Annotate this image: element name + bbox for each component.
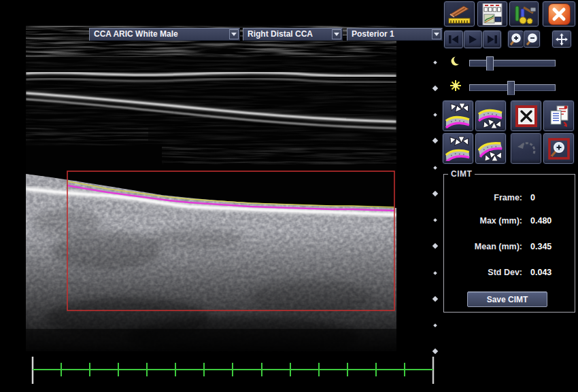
segment-select-arrow[interactable] (332, 29, 341, 39)
delete-measurement-button[interactable] (510, 100, 542, 132)
play-button[interactable] (463, 30, 483, 49)
move-cross-icon (556, 33, 568, 46)
copy-to-report-button[interactable] (543, 100, 575, 132)
play-icon (469, 35, 477, 44)
segment-select[interactable]: Right Distal CCA (243, 28, 343, 41)
cimt-stddev-row: Std Dev: 0.043 (448, 268, 568, 277)
magnifier-plus-icon (509, 33, 522, 46)
angle-select-arrow[interactable] (432, 29, 441, 39)
detect-near-wall-button[interactable] (442, 100, 474, 132)
close-button[interactable] (542, 1, 576, 27)
undo-button[interactable] (510, 132, 542, 164)
depth-ruler (27, 354, 438, 388)
mean-label: Mean (mm): (448, 242, 522, 251)
roi-magnifier-icon (547, 137, 571, 160)
max-value: 0.480 (530, 216, 568, 226)
first-frame-button[interactable] (443, 30, 464, 49)
max-label: Max (mm): (448, 216, 522, 226)
chevron-down-icon (231, 33, 237, 36)
zoom-in-button[interactable] (507, 30, 524, 48)
skip-to-start-icon (448, 35, 459, 44)
stddev-value: 0.043 (530, 268, 568, 277)
wall-layers-arrows-icon (445, 103, 471, 128)
save-cimt-button[interactable]: Save CIMT (467, 291, 547, 307)
stddev-label: Std Dev: (448, 268, 522, 277)
last-frame-button[interactable] (482, 30, 502, 49)
app-window: CCA ARIC White Male Right Distal CCA Pos… (0, 0, 578, 392)
protocol-select[interactable]: CCA ARIC White Male (89, 28, 240, 41)
cimt-frame-row: Frame: 0 (448, 193, 568, 202)
undo-arrow-icon (515, 140, 537, 158)
adjust-far-wall-button[interactable] (475, 132, 507, 164)
wall-layers-arrows-in-icon (478, 136, 503, 161)
panel-divider-dot (432, 191, 438, 196)
protocol-select-value: CCA ARIC White Male (90, 29, 239, 40)
angle-select-value: Posterior 1 (347, 29, 442, 40)
copy-pages-icon (547, 105, 571, 128)
faint-echo-streaks-left (26, 128, 148, 141)
contrast-slider-track[interactable] (469, 60, 556, 67)
adjust-near-wall-button[interactable] (442, 132, 474, 164)
contrast-slider-thumb[interactable] (486, 56, 494, 71)
roi-zoom-button[interactable] (543, 132, 575, 164)
frame-value: 0 (530, 193, 568, 202)
chevron-down-icon (334, 33, 339, 36)
detect-far-wall-button[interactable] (475, 100, 507, 132)
panel-divider-dot (432, 296, 438, 302)
protocol-select-arrow[interactable] (229, 29, 239, 39)
tools-icon (513, 3, 536, 25)
ultrasound-image[interactable] (26, 26, 396, 351)
panel-divider-dot (433, 166, 437, 170)
skip-to-end-icon (487, 35, 498, 44)
pan-button[interactable] (551, 30, 572, 48)
caliper-ruler-icon (447, 3, 472, 24)
segment-select-value: Right Distal CCA (243, 29, 342, 40)
cimt-mean-row: Mean (mm): 0.345 (448, 242, 568, 251)
report-table-chart-icon (482, 3, 503, 25)
cimt-panel-title: CIMT (448, 169, 475, 179)
wall-layers-arrows-icon (445, 136, 471, 161)
cimt-panel: CIMT Frame: 0 Max (mm): 0.480 Mean (mm):… (443, 174, 575, 313)
frame-label: Frame: (448, 193, 522, 202)
zoom-out-button[interactable] (523, 30, 541, 48)
panel-divider-dot (433, 218, 437, 222)
angle-select[interactable]: Posterior 1 (347, 28, 443, 41)
report-button[interactable] (477, 1, 508, 27)
faint-echo-streaks (162, 147, 396, 164)
settings-button[interactable] (509, 1, 539, 27)
panel-divider-dot (432, 86, 438, 91)
panel-divider-dot (433, 271, 437, 275)
panel-divider-dot (433, 323, 437, 327)
brightness-slider-thumb[interactable] (507, 81, 515, 95)
panel-divider-dot (433, 60, 437, 65)
delete-x-icon (515, 105, 538, 128)
panel-divider-dot (432, 349, 438, 354)
moon-icon (450, 55, 461, 67)
sun-icon (449, 79, 462, 92)
panel-divider-dot (432, 138, 438, 143)
measurement-tools-button[interactable] (443, 1, 475, 27)
wall-layers-arrows-in-icon (478, 103, 503, 128)
panel-divider-dot (433, 113, 437, 117)
chevron-down-icon (434, 33, 439, 36)
close-x-icon (548, 3, 571, 25)
cimt-max-row: Max (mm): 0.480 (448, 216, 568, 226)
mean-value: 0.345 (530, 242, 568, 251)
panel-divider-dot (432, 243, 438, 249)
magnifier-minus-icon (526, 33, 539, 46)
